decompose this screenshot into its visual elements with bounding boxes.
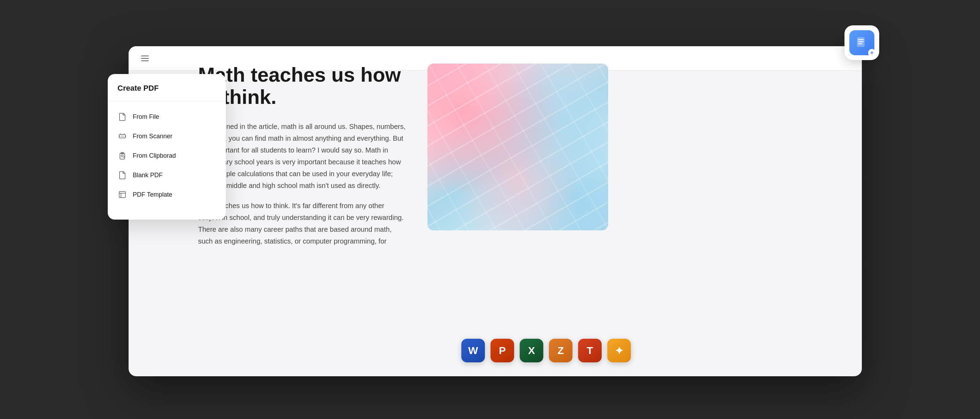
zap-letter: Z: [557, 344, 564, 357]
template-icon: [118, 190, 127, 200]
blank-pdf-label: Blank PDF: [133, 171, 163, 179]
menu-item-from-file[interactable]: From File: [108, 107, 226, 127]
word-letter: W: [468, 344, 478, 357]
menu-item-pdf-template[interactable]: PDF Template: [108, 185, 226, 204]
doc-title: Math teaches us how to think.: [198, 63, 407, 108]
doc-paragraph-2: Math teaches us how to think. It's far d…: [198, 200, 407, 247]
floating-btn-inner: +: [850, 30, 874, 55]
create-pdf-panel: Create PDF From File: [108, 74, 226, 219]
from-file-label: From File: [133, 113, 159, 121]
menu-item-from-clipboard[interactable]: From Clipborad: [108, 146, 226, 165]
svg-rect-3: [119, 191, 126, 198]
document-image: [428, 63, 608, 230]
app-icon-word[interactable]: W: [461, 339, 485, 362]
text-letter: T: [587, 344, 593, 357]
menu-item-blank-pdf[interactable]: Blank PDF: [108, 165, 226, 185]
menu-list: From File From Scanner: [108, 102, 226, 210]
doc-paragraph-1: As explained in the article, math is all…: [198, 121, 407, 191]
bottom-app-bar: W P X Z T ✦: [461, 339, 631, 362]
swipe-letter: ✦: [615, 344, 624, 357]
clipboard-icon: [118, 151, 127, 160]
browser-window: Math teaches us how to think. As explain…: [129, 46, 862, 376]
app-icon-polaris[interactable]: P: [490, 339, 514, 362]
svg-rect-1: [121, 135, 124, 137]
panel-title: Create PDF: [108, 84, 226, 102]
app-icon-text[interactable]: T: [578, 339, 601, 362]
app-icon-excel[interactable]: X: [520, 339, 543, 362]
scanner-icon: [118, 131, 127, 141]
from-clipboard-label: From Clipborad: [133, 152, 176, 159]
file-icon: [118, 112, 127, 122]
from-scanner-label: From Scanner: [133, 133, 172, 140]
plus-badge: +: [868, 49, 876, 57]
document-text: Math teaches us how to think. As explain…: [198, 63, 407, 359]
marble-texture: [428, 63, 608, 230]
doc-body: As explained in the article, math is all…: [198, 121, 407, 247]
menu-item-from-scanner[interactable]: From Scanner: [108, 127, 226, 146]
polaris-letter: P: [499, 344, 506, 357]
scene: Math teaches us how to think. As explain…: [108, 36, 872, 383]
floating-new-doc-button[interactable]: +: [845, 25, 879, 60]
app-icon-zap[interactable]: Z: [549, 339, 572, 362]
pdf-template-label: PDF Template: [133, 191, 172, 198]
excel-letter: X: [528, 344, 535, 357]
blank-icon: [118, 170, 127, 180]
main-content: Math teaches us how to think. As explain…: [129, 46, 862, 376]
doc-list-icon: [855, 36, 869, 50]
app-icon-swipe[interactable]: ✦: [607, 339, 631, 362]
